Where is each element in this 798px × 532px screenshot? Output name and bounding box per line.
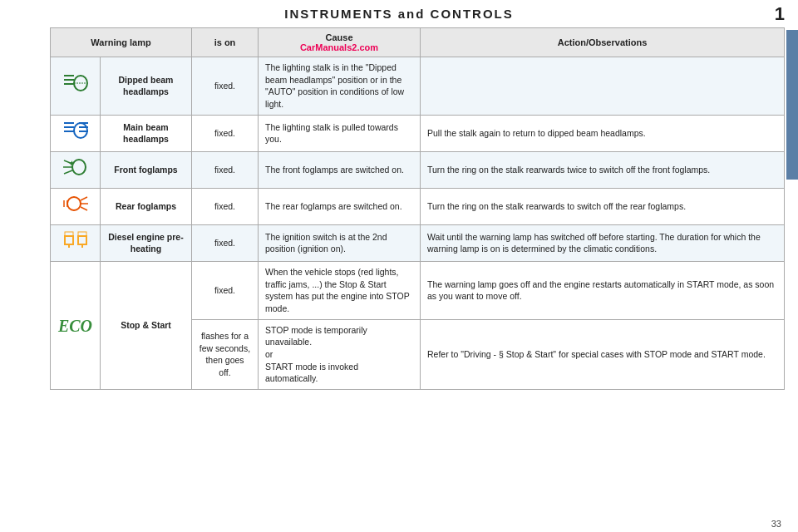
- rear-fog-action: Turn the ring on the stalk rearwards to …: [421, 188, 785, 224]
- col-header-is-on: is on: [192, 28, 259, 57]
- page-title: INSTRUMENTS and CONTROLS: [284, 7, 514, 21]
- page-container: INSTRUMENTS and CONTROLS 1 Warning lamp …: [0, 0, 798, 532]
- diesel-preheat-name: Diesel engine pre-heating: [101, 224, 192, 261]
- stop-start-ison-2: flashes for a few seconds, then goes off…: [192, 319, 259, 389]
- svg-line-15: [64, 170, 72, 174]
- rear-fog-name: Rear foglamps: [101, 188, 192, 224]
- stop-start-action-1: The warning lamp goes off and the engine…: [421, 261, 785, 319]
- diesel-preheat-ison: fixed.: [192, 224, 259, 261]
- svg-rect-25: [78, 236, 86, 244]
- page-number: 33: [771, 519, 781, 529]
- dipped-beam-action: [421, 57, 785, 116]
- front-fog-action: Turn the ring on the stalk rearwards twi…: [421, 151, 785, 188]
- main-beam-ison: fixed.: [192, 115, 259, 151]
- dipped-beam-name: Dipped beam headlamps: [101, 57, 192, 116]
- stop-start-cause-1: When the vehicle stops (red lights, traf…: [259, 261, 421, 319]
- svg-text:✦: ✦: [67, 159, 75, 168]
- main-beam-name: Main beam headlamps: [101, 115, 192, 151]
- col-header-cause: Cause CarManuals2.com: [259, 28, 421, 57]
- front-fog-ison: fixed.: [192, 151, 259, 188]
- table-row: Main beam headlamps fixed. The lighting …: [51, 115, 785, 151]
- dipped-beam-ison: fixed.: [192, 57, 259, 116]
- dipped-beam-icon-cell: [51, 57, 101, 116]
- col-header-warning-lamp: Warning lamp: [51, 28, 192, 57]
- table-row: Rear foglamps fixed. The rear foglamps a…: [51, 188, 785, 224]
- table-row: ✦ Front foglamps fixed. The front foglam…: [51, 151, 785, 188]
- stop-start-icon-cell: ECO: [51, 261, 101, 389]
- main-beam-icon-cell: [51, 115, 101, 151]
- page-header: INSTRUMENTS and CONTROLS 1: [0, 0, 798, 27]
- table-row: Diesel engine pre-heating fixed. The ign…: [51, 224, 785, 261]
- diesel-preheat-action: Wait until the warning lamp has switched…: [421, 224, 785, 261]
- svg-point-17: [67, 197, 81, 210]
- dipped-beam-icon: [62, 72, 89, 100]
- svg-point-12: [72, 160, 86, 175]
- main-beam-icon: [62, 120, 89, 147]
- stop-start-icon: ECO: [58, 314, 92, 337]
- diesel-preheat-cause: The ignition switch is at the 2nd positi…: [259, 224, 421, 261]
- instruments-table: Warning lamp is on Cause CarManuals2.com…: [50, 27, 785, 390]
- svg-rect-23: [65, 236, 73, 244]
- stop-start-name: Stop & Start: [101, 261, 192, 389]
- table-header-row: Warning lamp is on Cause CarManuals2.com…: [51, 28, 785, 57]
- rear-foglamps-icon: [62, 193, 89, 220]
- rear-fog-ison: fixed.: [192, 188, 259, 224]
- front-fog-cause: The front foglamps are switched on.: [259, 151, 421, 188]
- stop-start-ison-1: fixed.: [192, 261, 259, 319]
- rear-fog-icon-cell: [51, 188, 101, 224]
- svg-line-18: [81, 197, 87, 200]
- main-beam-cause: The lighting stalk is pulled towards you…: [259, 115, 421, 151]
- diesel-icon-cell: [51, 224, 101, 261]
- svg-line-20: [81, 207, 87, 210]
- dipped-beam-cause: The lighting stalk is in the "Dipped bea…: [259, 57, 421, 116]
- table-row: Dipped beam headlamps fixed. The lightin…: [51, 57, 785, 116]
- main-content: Warning lamp is on Cause CarManuals2.com…: [0, 27, 798, 390]
- stop-start-cause-2: STOP mode is temporarily unavailable. or…: [259, 319, 421, 389]
- col-header-action: Action/Observations: [421, 28, 785, 57]
- table-row: ECO Stop & Start fixed. When the vehicle…: [51, 261, 785, 319]
- diesel-preheat-icon: [62, 229, 89, 257]
- main-beam-action: Pull the stalk again to return to dipped…: [421, 115, 785, 151]
- rear-fog-cause: The rear foglamps are switched on.: [259, 188, 421, 224]
- chapter-number: 1: [775, 3, 785, 25]
- front-foglamps-icon: ✦: [62, 156, 89, 184]
- chapter-marker: [786, 30, 798, 180]
- stop-start-action-2: Refer to "Driving - § Stop & Start" for …: [421, 319, 785, 389]
- front-fog-name: Front foglamps: [101, 151, 192, 188]
- front-fog-icon-cell: ✦: [51, 151, 101, 188]
- watermark: CarManuals2.com: [265, 42, 413, 52]
